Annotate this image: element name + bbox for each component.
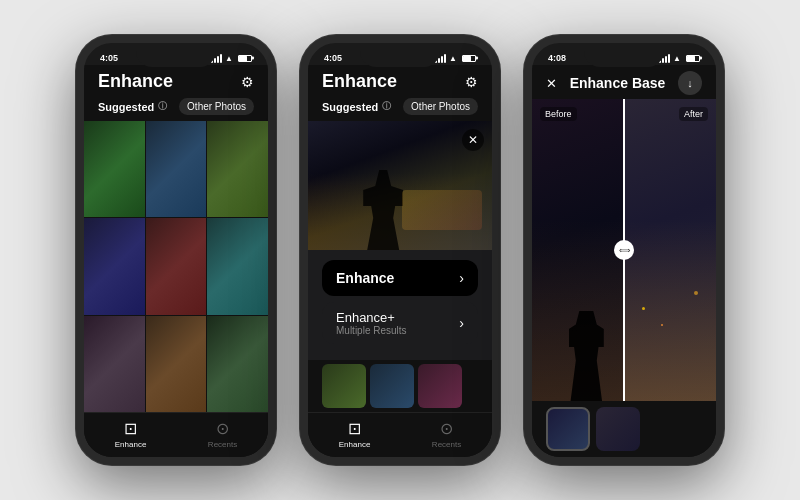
download-button-3[interactable]: ↓ [678,71,702,95]
tab-suggested-2[interactable]: Suggested ⓘ [322,100,391,113]
enhance-sheet-2: Enhance › Enhance+ Multiple Results › [308,250,492,360]
nav-enhance-label-2: Enhance [339,440,371,449]
recents-nav-icon-2: ⊙ [440,419,453,438]
enhance-plus-subtitle: Multiple Results [336,325,407,336]
thumb-1[interactable] [322,364,366,408]
info-icon-2: ⓘ [382,100,391,113]
phone-3: 4:08 ▲ ✕ Enhance Base ↓ [524,35,724,465]
photo-grid-1 [84,121,268,412]
screen-3: ✕ Enhance Base ↓ ⟺ Before After [532,65,716,457]
photo-cell-2[interactable] [146,121,207,217]
after-photo [624,99,716,401]
battery-icon-1 [238,55,252,62]
tab-suggested-1[interactable]: Suggested ⓘ [98,100,167,113]
after-label: After [679,107,708,121]
close-icon-3[interactable]: ✕ [546,76,557,91]
recents-nav-icon-1: ⊙ [216,419,229,438]
thumb-2[interactable] [370,364,414,408]
divider-handle[interactable]: ⟺ [614,240,634,260]
enhance-nav-icon-1: ⊡ [124,419,137,438]
photo-cell-5[interactable] [146,218,207,314]
result-thumb-2[interactable] [596,407,640,451]
bottom-nav-2: ⊡ Enhance ⊙ Recents [308,412,492,457]
city-light-3 [694,291,698,295]
nav-recents-label-1: Recents [208,440,237,449]
photo-cell-8[interactable] [146,316,207,412]
enhance-plus-btn[interactable]: Enhance+ Multiple Results › [322,302,478,344]
nav-recents-1[interactable]: ⊙ Recents [208,419,237,449]
tab-row-1: Suggested ⓘ Other Photos [84,96,268,121]
phone-2: 4:05 ▲ Enhance ⚙ Suggested ⓘ Other Photo [300,35,500,465]
enhance-plus-title: Enhance+ [336,310,407,325]
wifi-icon-3: ▲ [673,54,681,63]
enhance-btn-arrow: › [459,270,464,286]
status-icons-3: ▲ [659,54,700,63]
notch-2 [360,43,440,67]
screen-1: Enhance ⚙ Suggested ⓘ Other Photos ⊡ En [84,65,268,457]
enhance-primary-btn[interactable]: Enhance › [322,260,478,296]
app-title-2: Enhance [322,71,397,92]
nav-recents-2[interactable]: ⊙ Recents [432,419,461,449]
app-title-1: Enhance [98,71,173,92]
photo-cell-1[interactable] [84,121,145,217]
result-thumb-1[interactable] [546,407,590,451]
thumb-3[interactable] [418,364,462,408]
city-lights [402,190,482,230]
phone-1: 4:05 ▲ Enhance ⚙ Suggested ⓘ Other Photo [76,35,276,465]
battery-icon-3 [686,55,700,62]
tab-other-1[interactable]: Other Photos [179,98,254,115]
enhance-plus-arrow: › [459,315,464,331]
close-button-2[interactable]: ✕ [462,129,484,151]
wifi-icon-2: ▲ [449,54,457,63]
time-3: 4:08 [548,53,566,63]
thumbnail-row-2 [308,360,492,412]
info-icon-1: ⓘ [158,100,167,113]
city-light-2 [661,324,663,326]
nav-enhance-1[interactable]: ⊡ Enhance [115,419,147,449]
nav-enhance-label-1: Enhance [115,440,147,449]
photo-cell-7[interactable] [84,316,145,412]
bottom-nav-1: ⊡ Enhance ⊙ Recents [84,412,268,457]
notch-3 [584,43,664,67]
photo-cell-9[interactable] [207,316,268,412]
photo-cell-6[interactable] [207,218,268,314]
screen-2: Enhance ⚙ Suggested ⓘ Other Photos ✕ Enh… [308,65,492,457]
tab-other-2[interactable]: Other Photos [403,98,478,115]
tab-row-2: Suggested ⓘ Other Photos [308,96,492,121]
result-thumbnails [532,401,716,457]
main-photo-2: ✕ [308,121,492,250]
notch-1 [136,43,216,67]
app-header-3: ✕ Enhance Base ↓ [532,65,716,99]
nav-recents-label-2: Recents [432,440,461,449]
enhance-btn-label: Enhance [336,270,394,286]
gear-icon-1[interactable]: ⚙ [241,74,254,90]
before-after-container: ⟺ Before After [532,99,716,401]
status-icons-1: ▲ [211,54,252,63]
before-label: Before [540,107,577,121]
after-city-glow [624,220,716,401]
photo-cell-4[interactable] [84,218,145,314]
time-2: 4:05 [324,53,342,63]
nav-enhance-2[interactable]: ⊡ Enhance [339,419,371,449]
gear-icon-2[interactable]: ⚙ [465,74,478,90]
app-header-1: Enhance ⚙ [84,65,268,96]
enhance-nav-icon-2: ⊡ [348,419,361,438]
battery-icon-2 [462,55,476,62]
photo-cell-3[interactable] [207,121,268,217]
wifi-icon-1: ▲ [225,54,233,63]
time-1: 4:05 [100,53,118,63]
app-header-2: Enhance ⚙ [308,65,492,96]
status-icons-2: ▲ [435,54,476,63]
app-title-3: Enhance Base [570,75,666,91]
